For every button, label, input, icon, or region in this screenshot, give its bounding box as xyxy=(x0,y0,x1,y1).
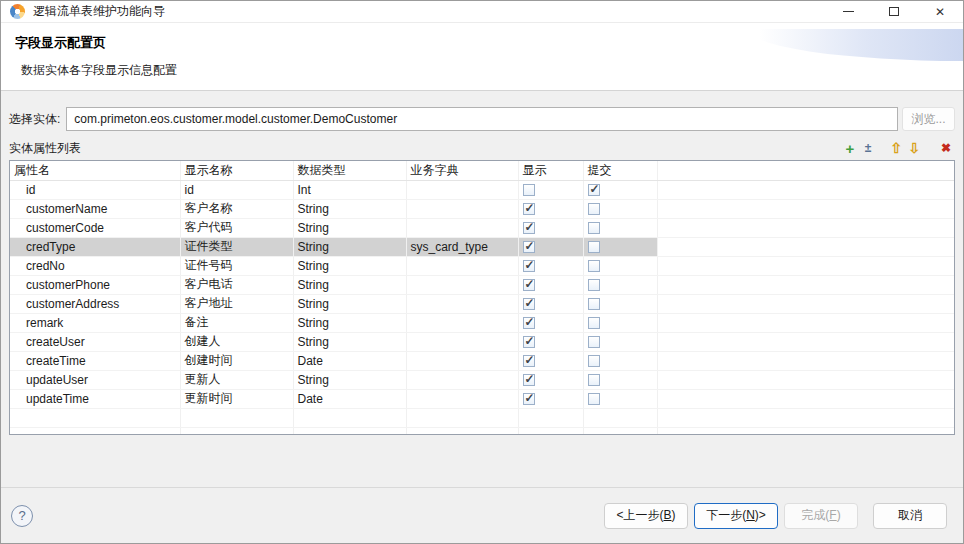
close-icon: ✕ xyxy=(935,6,945,18)
submit-checkbox[interactable] xyxy=(588,203,600,215)
cell-display-name: 客户地址 xyxy=(180,294,293,313)
cell-submit xyxy=(583,256,657,275)
maximize-button[interactable] xyxy=(871,1,917,22)
table-row[interactable]: customerName客户名称String xyxy=(10,199,954,218)
cell-business-dict xyxy=(406,275,518,294)
table-row[interactable]: createUser创建人String xyxy=(10,332,954,351)
help-button[interactable]: ? xyxy=(11,505,33,527)
show-checkbox[interactable] xyxy=(523,336,535,348)
content-area: 选择实体: 浏览... 实体属性列表 + ± ⇧ ⇩ ✖ xyxy=(1,107,963,435)
cell-submit xyxy=(583,332,657,351)
wizard-dialog: 逻辑流单表维护功能向导 ✕ 字段显示配置页 数据实体各字段显示信息配置 选择实体… xyxy=(0,0,964,544)
cell-show xyxy=(518,313,583,332)
cell-property-name: customerName xyxy=(10,199,180,218)
table-row[interactable]: ididInt xyxy=(10,180,954,199)
col-header-business-dict[interactable]: 业务字典 xyxy=(406,161,518,180)
next-button[interactable]: 下一步(N)> xyxy=(694,503,778,529)
cell-display-name: 更新时间 xyxy=(180,389,293,408)
close-button[interactable]: ✕ xyxy=(917,1,963,22)
delete-row-icon[interactable]: ✖ xyxy=(937,139,955,157)
caption-buttons: ✕ xyxy=(825,1,963,22)
cell-property-name: remark xyxy=(10,313,180,332)
empty-cell xyxy=(180,408,293,427)
cell-data-type: String xyxy=(293,275,406,294)
show-checkbox[interactable] xyxy=(523,184,535,196)
add-row-icon[interactable]: + xyxy=(841,139,859,157)
show-checkbox[interactable] xyxy=(523,222,535,234)
col-header-property-name[interactable]: 属性名 xyxy=(10,161,180,180)
move-up-icon[interactable]: ⇧ xyxy=(887,139,905,157)
show-checkbox[interactable] xyxy=(523,203,535,215)
empty-cell xyxy=(657,427,954,435)
cell-data-type: String xyxy=(293,313,406,332)
cell-filler xyxy=(657,256,954,275)
cell-display-name: 创建人 xyxy=(180,332,293,351)
submit-checkbox[interactable] xyxy=(588,355,600,367)
submit-checkbox[interactable] xyxy=(588,241,600,253)
cell-property-name: customerAddress xyxy=(10,294,180,313)
show-checkbox[interactable] xyxy=(523,260,535,272)
cell-property-name: id xyxy=(10,180,180,199)
col-header-show[interactable]: 显示 xyxy=(518,161,583,180)
submit-checkbox[interactable] xyxy=(588,336,600,348)
show-checkbox[interactable] xyxy=(523,374,535,386)
cell-data-type: String xyxy=(293,332,406,351)
cell-data-type: Int xyxy=(293,180,406,199)
title-bar: 逻辑流单表维护功能向导 ✕ xyxy=(1,1,963,23)
table-row[interactable]: credType证件类型Stringsys_card_type xyxy=(10,237,954,256)
show-checkbox[interactable] xyxy=(523,298,535,310)
show-checkbox[interactable] xyxy=(523,393,535,405)
submit-checkbox[interactable] xyxy=(588,374,600,386)
col-header-data-type[interactable]: 数据类型 xyxy=(293,161,406,180)
submit-checkbox[interactable] xyxy=(588,317,600,329)
insert-row-icon[interactable]: ± xyxy=(859,139,877,157)
cell-business-dict xyxy=(406,370,518,389)
empty-cell xyxy=(518,408,583,427)
property-list-label: 实体属性列表 xyxy=(9,140,81,157)
table-row[interactable]: customerAddress客户地址String xyxy=(10,294,954,313)
table-row[interactable]: updateTime更新时间Date xyxy=(10,389,954,408)
window-title: 逻辑流单表维护功能向导 xyxy=(33,3,165,20)
submit-checkbox[interactable] xyxy=(588,184,600,196)
cancel-button[interactable]: 取消 xyxy=(873,503,947,529)
cell-submit xyxy=(583,218,657,237)
submit-checkbox[interactable] xyxy=(588,298,600,310)
table-row[interactable]: updateUser更新人String xyxy=(10,370,954,389)
cell-filler xyxy=(657,237,954,256)
cell-display-name: 创建时间 xyxy=(180,351,293,370)
col-header-display-name[interactable]: 显示名称 xyxy=(180,161,293,180)
page-subtitle: 数据实体各字段显示信息配置 xyxy=(1,52,963,79)
entity-select-row: 选择实体: 浏览... xyxy=(9,107,955,131)
col-header-submit[interactable]: 提交 xyxy=(583,161,657,180)
show-checkbox[interactable] xyxy=(523,241,535,253)
submit-checkbox[interactable] xyxy=(588,222,600,234)
table-row[interactable]: customerCode客户代码String xyxy=(10,218,954,237)
entity-input[interactable] xyxy=(66,107,898,131)
cell-display-name: 客户代码 xyxy=(180,218,293,237)
table-row[interactable]: customerPhone客户电话String xyxy=(10,275,954,294)
cell-display-name: 客户名称 xyxy=(180,199,293,218)
cell-property-name: createTime xyxy=(10,351,180,370)
show-checkbox[interactable] xyxy=(523,279,535,291)
show-checkbox[interactable] xyxy=(523,317,535,329)
submit-checkbox[interactable] xyxy=(588,260,600,272)
submit-checkbox[interactable] xyxy=(588,279,600,291)
cell-show xyxy=(518,275,583,294)
cell-display-name: 客户电话 xyxy=(180,275,293,294)
table-row[interactable]: remark备注String xyxy=(10,313,954,332)
finish-button[interactable]: 完成(F) xyxy=(784,503,858,529)
cell-property-name: credNo xyxy=(10,256,180,275)
table-row[interactable]: createTime创建时间Date xyxy=(10,351,954,370)
cell-business-dict xyxy=(406,294,518,313)
cell-submit xyxy=(583,313,657,332)
browse-button[interactable]: 浏览... xyxy=(902,107,955,131)
cell-display-name: 备注 xyxy=(180,313,293,332)
back-button[interactable]: <上一步(B) xyxy=(604,503,688,529)
show-checkbox[interactable] xyxy=(523,355,535,367)
cell-filler xyxy=(657,180,954,199)
cell-display-name: id xyxy=(180,180,293,199)
minimize-button[interactable] xyxy=(825,1,871,22)
move-down-icon[interactable]: ⇩ xyxy=(905,139,923,157)
submit-checkbox[interactable] xyxy=(588,393,600,405)
table-row[interactable]: credNo证件号码String xyxy=(10,256,954,275)
